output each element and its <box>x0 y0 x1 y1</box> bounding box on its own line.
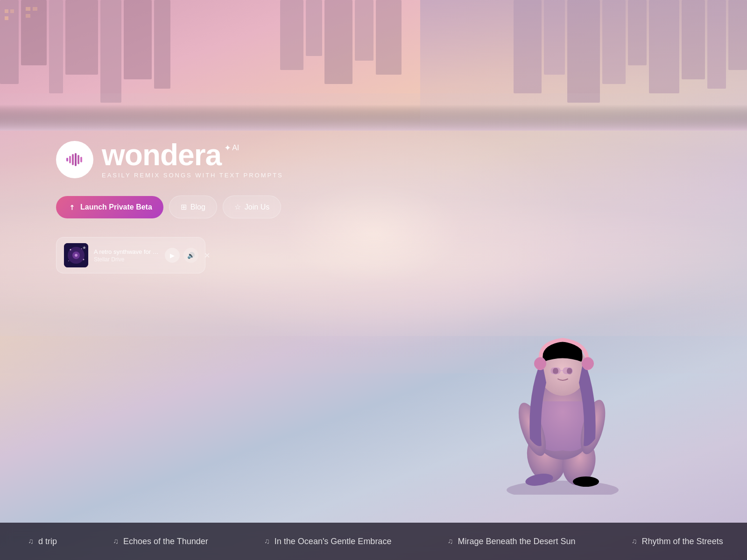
join-button[interactable]: ☆ Join Us <box>223 196 281 218</box>
svg-rect-48 <box>72 154 74 165</box>
svg-point-58 <box>83 259 85 260</box>
join-label: Join Us <box>245 203 269 211</box>
list-item[interactable]: ♫ Mirage Beneath the Desert Sun <box>419 537 603 546</box>
logo-tagline: EASILY REMIX SONGS WITH TEXT PROMPTS <box>102 172 283 179</box>
svg-rect-43 <box>551 368 560 374</box>
marquee-track: ♫ d trip ♫ Echoes of the Thunder ♫ In th… <box>0 537 747 546</box>
list-item[interactable]: ♫ Echoes of the Thunder <box>85 537 236 546</box>
track-title: d trip <box>38 537 57 546</box>
note-icon: ♫ <box>113 537 119 546</box>
star-outline-icon: ☆ <box>234 203 241 211</box>
note-icon: ♫ <box>28 537 34 546</box>
logo-text-group: wondera ✦ AI EASILY REMIX SONGS WITH TEX… <box>102 140 283 179</box>
main-content: wondera ✦ AI EASILY REMIX SONGS WITH TEX… <box>56 140 283 273</box>
blog-button[interactable]: ⊞ Blog <box>169 196 217 218</box>
bottom-bar: ♫ d trip ♫ Echoes of the Thunder ♫ In th… <box>0 523 747 560</box>
svg-point-59 <box>68 260 69 261</box>
svg-rect-47 <box>69 156 71 163</box>
svg-rect-44 <box>563 368 572 374</box>
svg-point-40 <box>582 357 594 370</box>
svg-point-57 <box>81 248 82 249</box>
star-icon: ✦ <box>224 143 231 153</box>
svg-rect-51 <box>80 157 82 162</box>
blog-label: Blog <box>190 203 205 211</box>
book-icon: ⊞ <box>181 203 187 211</box>
svg-rect-46 <box>66 158 68 161</box>
player-thumbnail <box>64 243 88 267</box>
ai-label: AI <box>232 144 239 152</box>
svg-point-56 <box>70 249 71 251</box>
logo-ai-badge: ✦ AI <box>224 143 239 153</box>
track-title: In the Ocean's Gentle Embrace <box>275 537 392 546</box>
svg-rect-49 <box>75 153 77 166</box>
svg-point-39 <box>534 357 546 370</box>
track-title: Rhythm of the Streets <box>642 537 723 546</box>
play-button[interactable]: ▶ <box>165 248 180 263</box>
buttons-row: ↗ Launch Private Beta ⊞ Blog ☆ Join Us <box>56 196 283 218</box>
list-item[interactable]: ♫ In the Ocean's Gentle Embrace <box>236 537 420 546</box>
note-icon: ♫ <box>447 537 453 546</box>
svg-point-32 <box>573 476 599 487</box>
logo-name: wondera <box>102 140 221 170</box>
volume-button[interactable]: 🔊 <box>183 248 198 263</box>
note-icon: ♫ <box>264 537 270 546</box>
list-item[interactable]: ♫ Rhythm of the Streets <box>604 537 747 546</box>
player-track-name: A retro synthwave for a... <box>94 248 159 255</box>
launch-button[interactable]: ↗ Launch Private Beta <box>56 196 163 218</box>
list-item[interactable]: ♫ d trip <box>0 537 85 546</box>
logo-name-row: wondera ✦ AI <box>102 140 283 170</box>
arrow-icon: ↗ <box>65 200 78 213</box>
svg-rect-50 <box>78 155 79 164</box>
track-title: Mirage Beneath the Desert Sun <box>458 537 575 546</box>
launch-label: Launch Private Beta <box>80 203 152 211</box>
logo-row: wondera ✦ AI EASILY REMIX SONGS WITH TEX… <box>56 140 283 179</box>
track-title: Echoes of the Thunder <box>123 537 208 546</box>
logo-icon <box>56 141 93 178</box>
player-artist-name: Stellar Drive <box>94 256 159 263</box>
player-controls: ▶ 🔊 ✕ <box>165 248 212 263</box>
note-icon: ♫ <box>632 537 637 546</box>
svg-point-28 <box>507 481 619 495</box>
girl-illustration <box>476 261 654 495</box>
player-card: A retro synthwave for a... Stellar Drive… <box>56 237 205 273</box>
track-artwork <box>64 243 88 267</box>
close-player-button[interactable]: ✕ <box>202 249 212 262</box>
svg-point-55 <box>75 254 78 257</box>
player-info: A retro synthwave for a... Stellar Drive <box>94 248 159 263</box>
